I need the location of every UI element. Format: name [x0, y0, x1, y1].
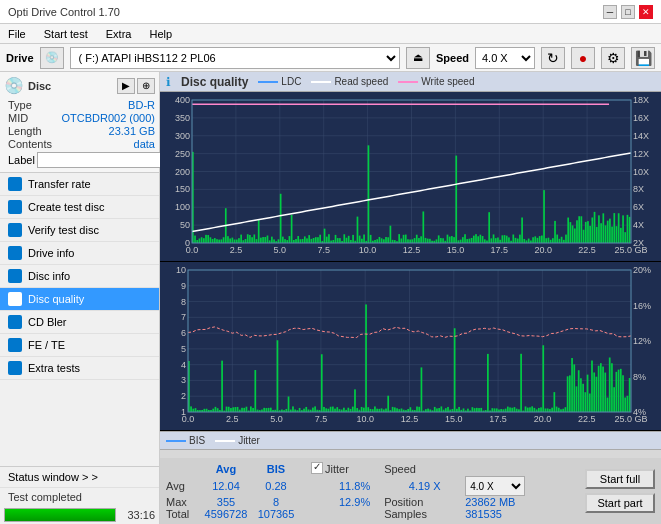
cd-bler-icon	[8, 315, 22, 329]
legend-write-color	[398, 81, 418, 83]
nav-transfer-rate-label: Transfer rate	[28, 178, 91, 190]
nav-disc-quality-label: Disc quality	[28, 293, 84, 305]
label-input[interactable]	[37, 152, 166, 168]
menu-file[interactable]: File	[4, 27, 30, 41]
legend-jitter-color	[215, 440, 235, 442]
menu-extra[interactable]: Extra	[102, 27, 136, 41]
menu-help[interactable]: Help	[145, 27, 176, 41]
length-label: Length	[8, 125, 42, 137]
extra-tests-icon	[8, 361, 22, 375]
samples-value: 381535	[465, 508, 579, 520]
main-layout: 💿 Disc ▶ ⊕ Type BD-R MID OTCBDR002 (000)…	[0, 72, 661, 524]
chart-header: ℹ Disc quality LDC Read speed Write spee…	[160, 72, 661, 92]
action-buttons: Start full Start part	[585, 469, 655, 513]
nav-cd-bler-label: CD Bler	[28, 316, 67, 328]
transfer-rate-icon	[8, 177, 22, 191]
max-label: Max	[166, 496, 201, 508]
save-button[interactable]: 💾	[631, 47, 655, 69]
disc-quality-icon	[8, 292, 22, 306]
nav-disc-quality[interactable]: Disc quality	[0, 288, 159, 311]
nav-verify-test-disc[interactable]: Verify test disc	[0, 219, 159, 242]
avg-label: Avg	[166, 476, 201, 496]
titlebar: Opti Drive Control 1.70 ─ □ ✕	[0, 0, 661, 24]
fe-te-icon	[8, 338, 22, 352]
drivebar: Drive 💿 ( F:) ATAPI iHBS112 2 PL06 ⏏ Spe…	[0, 44, 661, 72]
chart2-legend-row: BIS Jitter	[160, 432, 661, 450]
mid-label: MID	[8, 112, 28, 124]
status-text: Test completed	[4, 490, 86, 504]
avg-bis: 0.28	[251, 476, 301, 496]
content-area: ℹ Disc quality LDC Read speed Write spee…	[160, 72, 661, 524]
window-controls: ─ □ ✕	[603, 5, 653, 19]
jitter-table-label: Jitter	[325, 462, 384, 476]
drive-info-icon	[8, 246, 22, 260]
status-window-label: Status window > >	[8, 471, 98, 483]
legend-jitter: Jitter	[215, 435, 260, 446]
legend-ldc: LDC	[258, 76, 301, 87]
contents-value: data	[134, 138, 155, 150]
label-text: Label	[8, 154, 35, 166]
refresh-button[interactable]: ↻	[541, 47, 565, 69]
status-window-button[interactable]: Status window > >	[0, 467, 159, 488]
nav-fe-te[interactable]: FE / TE	[0, 334, 159, 357]
minimize-button[interactable]: ─	[603, 5, 617, 19]
close-button[interactable]: ✕	[639, 5, 653, 19]
chart2-canvas	[160, 262, 661, 430]
total-bis: 107365	[251, 508, 301, 520]
drive-select[interactable]: ( F:) ATAPI iHBS112 2 PL06	[70, 47, 400, 69]
total-label: Total	[166, 508, 201, 520]
disc-info-icon	[8, 269, 22, 283]
nav-cd-bler[interactable]: CD Bler	[0, 311, 159, 334]
nav-drive-info-label: Drive info	[28, 247, 74, 259]
position-label: Position	[384, 496, 465, 508]
progress-fill	[5, 509, 115, 521]
disc-action-2[interactable]: ⊕	[137, 78, 155, 94]
start-full-button[interactable]: Start full	[585, 469, 655, 489]
nav-drive-info[interactable]: Drive info	[0, 242, 159, 265]
disc-action-1[interactable]: ▶	[117, 78, 135, 94]
nav-items: Transfer rate Create test disc Verify te…	[0, 173, 159, 466]
avg-speed: 4.19 X	[384, 476, 465, 496]
stats-bar: BIS Jitter Avg BIS	[160, 431, 661, 524]
avg-jitter: 11.8%	[325, 476, 384, 496]
settings-button[interactable]: ⚙	[601, 47, 625, 69]
length-value: 23.31 GB	[109, 125, 155, 137]
drive-label: Drive	[6, 52, 34, 64]
nav-disc-info-label: Disc info	[28, 270, 70, 282]
disc-panel-title: Disc	[28, 80, 51, 92]
nav-fe-te-label: FE / TE	[28, 339, 65, 351]
speed-label: Speed	[436, 52, 469, 64]
disc-icon: 💿	[4, 76, 24, 95]
bis-header: BIS	[251, 462, 301, 476]
speed-select2[interactable]: 4.0 X	[465, 476, 525, 496]
create-test-icon	[8, 200, 22, 214]
nav-disc-info[interactable]: Disc info	[0, 265, 159, 288]
legend-read-speed: Read speed	[311, 76, 388, 87]
status-bottom: Status window > > Test completed 33:16	[0, 466, 159, 524]
app-title: Opti Drive Control 1.70	[8, 6, 120, 18]
total-ldc: 4596728	[201, 508, 251, 520]
legend-read-color	[311, 81, 331, 83]
maximize-button[interactable]: □	[621, 5, 635, 19]
max-bis: 8	[251, 496, 301, 508]
menubar: File Start test Extra Help	[0, 24, 661, 44]
legend-write-speed: Write speed	[398, 76, 474, 87]
start-part-button[interactable]: Start part	[585, 493, 655, 513]
stats-data-row: Avg BIS Jitter Speed Avg 12.04 0.28	[160, 458, 661, 524]
red-icon-button[interactable]: ●	[571, 47, 595, 69]
mid-value: OTCBDR002 (000)	[61, 112, 155, 124]
speed-select[interactable]: 4.0 X	[475, 47, 535, 69]
menu-start-test[interactable]: Start test	[40, 27, 92, 41]
charts-area	[160, 92, 661, 431]
eject-button[interactable]: ⏏	[406, 47, 430, 69]
speed-table-label: Speed	[384, 462, 465, 476]
bis-chart	[160, 262, 661, 431]
sidebar: 💿 Disc ▶ ⊕ Type BD-R MID OTCBDR002 (000)…	[0, 72, 160, 524]
nav-create-test-disc[interactable]: Create test disc	[0, 196, 159, 219]
nav-verify-label: Verify test disc	[28, 224, 99, 236]
nav-transfer-rate[interactable]: Transfer rate	[0, 173, 159, 196]
jitter-checkbox[interactable]	[311, 462, 323, 474]
ldc-header: Avg	[201, 462, 251, 476]
verify-icon	[8, 223, 22, 237]
nav-extra-tests[interactable]: Extra tests	[0, 357, 159, 380]
